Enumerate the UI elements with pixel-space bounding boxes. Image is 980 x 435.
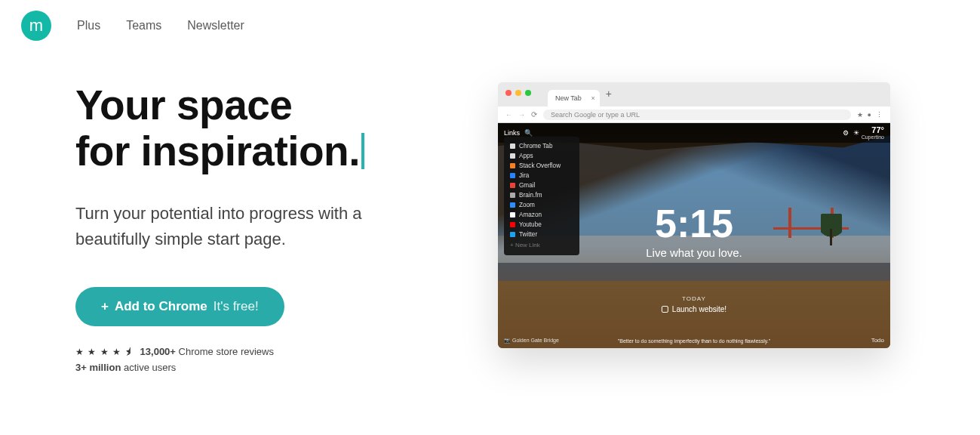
new-tab-icon[interactable]: + [606, 88, 612, 100]
clock: 5:15 [646, 204, 742, 243]
urlbar-right-icons: ★ ● ⋮ [857, 111, 883, 119]
cta-plus-icon: + [101, 299, 109, 314]
maximize-icon[interactable] [525, 90, 531, 96]
back-icon[interactable]: ← [505, 111, 512, 119]
link-icon [510, 183, 515, 188]
nav-plus[interactable]: Plus [77, 19, 100, 32]
link-icon [510, 173, 515, 178]
logo-letter: m [29, 16, 43, 35]
links-toggle[interactable]: Links [504, 129, 520, 137]
window-controls [505, 90, 531, 96]
logo[interactable]: m [21, 11, 51, 41]
link-icon [510, 153, 515, 159]
cta-label: Add to Chrome [115, 299, 207, 314]
settings-icon[interactable]: ⚙ [843, 129, 849, 137]
link-item[interactable]: Brain.fm [504, 190, 579, 200]
reviews-suffix: Chrome store reviews [179, 346, 274, 357]
todo-toggle[interactable]: Todo [871, 337, 884, 344]
link-icon [510, 193, 515, 198]
browser-window: New Tab + ← → ⟳ Search Google or type a … [498, 82, 890, 348]
link-item[interactable]: Apps [504, 151, 579, 161]
link-icon [510, 163, 515, 168]
search-icon[interactable]: 🔍 [524, 129, 533, 137]
link-icon [510, 222, 515, 227]
cta-note: It's free! [214, 299, 259, 314]
link-icon [510, 202, 515, 208]
today-focus: TODAY Launch website! [662, 295, 727, 313]
new-link-button[interactable]: + New Link [504, 239, 579, 251]
today-label: TODAY [662, 295, 727, 302]
social-proof: ★ ★ ★ ★ ⯨ 13,000+ Chrome store reviews 3… [75, 344, 422, 376]
nav-teams[interactable]: Teams [126, 19, 161, 32]
link-item[interactable]: Gmail [504, 180, 579, 190]
star-rating-icon: ★ ★ ★ ★ ⯨ [75, 347, 134, 357]
browser-urlbar: ← → ⟳ Search Google or type a URL ★ ● ⋮ [498, 106, 890, 123]
weather-city: Cupertino [862, 134, 884, 140]
link-item[interactable]: Amazon [504, 210, 579, 220]
profile-icon[interactable]: ● [868, 111, 871, 119]
link-item[interactable]: Youtube [504, 220, 579, 230]
tab-title: New Tab [555, 94, 582, 102]
omnibox[interactable]: Search Google or type a URL [543, 110, 851, 120]
mantra: Live what you love. [646, 246, 742, 259]
link-icon [510, 232, 515, 237]
navbar: m Plus Teams Newsletter [0, 0, 980, 41]
users-count: 3+ million [75, 362, 121, 373]
menu-icon[interactable]: ⋮ [876, 111, 883, 119]
reviews-count: 13,000+ [140, 346, 176, 357]
weather-temp: 77° [871, 126, 884, 134]
link-item[interactable]: Stack Overflow [504, 161, 579, 171]
hero-text: Your space for inspiration. Turn your po… [75, 82, 422, 376]
hero-title-line2: for inspiration. [75, 128, 360, 174]
hero-title: Your space for inspiration. [75, 82, 422, 174]
link-item[interactable]: Zoom [504, 200, 579, 210]
background-tree [821, 214, 842, 245]
extension-viewport: Links 🔍 ⚙ ☀ 77° Cupertino [498, 123, 890, 348]
link-item[interactable]: Chrome Tab [504, 141, 579, 151]
minimize-icon[interactable] [515, 90, 521, 96]
task-text: Launch website! [672, 305, 727, 313]
hero: Your space for inspiration. Turn your po… [0, 41, 980, 376]
link-icon [510, 212, 515, 218]
weather-widget[interactable]: ☀ 77° Cupertino [853, 126, 884, 140]
today-task[interactable]: Launch website! [662, 305, 727, 313]
hero-title-line1: Your space [75, 82, 292, 128]
extension-icon[interactable]: ★ [857, 111, 863, 119]
browser-tab[interactable]: New Tab [548, 90, 600, 106]
reload-icon[interactable]: ⟳ [531, 110, 537, 119]
center-display: 5:15 Live what you love. [646, 204, 742, 259]
forward-icon[interactable]: → [518, 111, 525, 119]
browser-tabstrip: New Tab + [498, 82, 890, 106]
product-screenshot: New Tab + ← → ⟳ Search Google or type a … [498, 82, 890, 376]
weather-icon: ☀ [853, 129, 859, 137]
link-icon [510, 143, 515, 149]
link-item[interactable]: Jira [504, 171, 579, 180]
task-checkbox-icon[interactable] [662, 306, 668, 313]
hero-subtitle: Turn your potential into progress with a… [75, 201, 422, 252]
add-to-chrome-button[interactable]: + Add to Chrome It's free! [75, 287, 284, 326]
close-icon[interactable] [505, 90, 512, 96]
users-suffix: active users [124, 362, 176, 373]
links-panel: Chrome Tab Apps Stack Overflow Jira Gmai… [504, 137, 579, 255]
daily-quote: "Better to do something imperfectly than… [498, 338, 890, 344]
typing-caret [361, 133, 364, 169]
nav-newsletter[interactable]: Newsletter [187, 19, 244, 32]
link-item[interactable]: Twitter [504, 230, 579, 239]
